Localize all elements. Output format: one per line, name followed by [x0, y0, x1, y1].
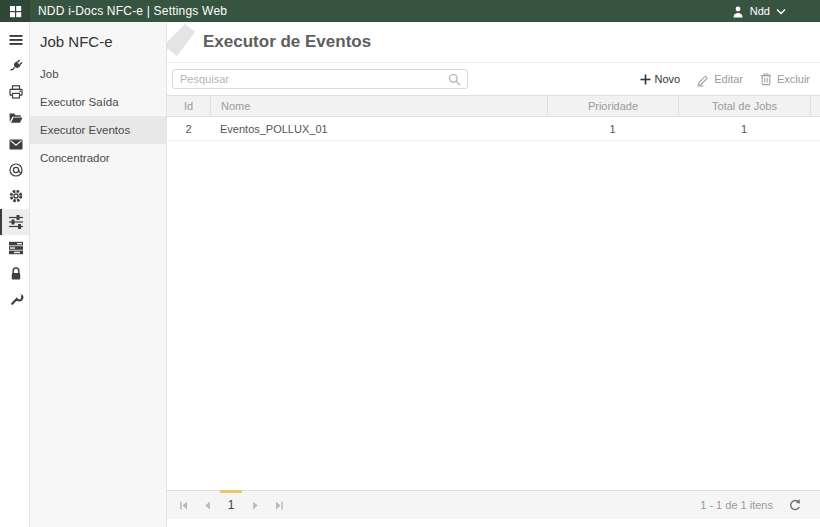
grid-header: Id Nome Prioridade Total de Jobs — [167, 95, 820, 117]
last-page-icon — [274, 500, 285, 511]
search-button[interactable] — [444, 73, 467, 86]
excluir-button[interactable]: Excluir — [759, 72, 810, 86]
bottom-strip — [167, 519, 820, 527]
topbar: NDD i-Docs NFC-e | Settings Web Ndd — [0, 0, 820, 22]
wrench-icon — [8, 292, 24, 308]
table-row[interactable]: 2 Eventos_POLLUX_01 1 1 — [167, 117, 820, 141]
first-page-icon — [178, 500, 189, 511]
page-header: Executor de Eventos — [167, 22, 820, 62]
cell-spacer — [810, 117, 820, 140]
column-header-spacer — [810, 96, 820, 116]
page-title: Executor de Eventos — [203, 32, 371, 52]
at-sign-icon — [8, 162, 24, 178]
user-menu[interactable]: Ndd — [732, 5, 786, 18]
subnav-item-executor-saida[interactable]: Executor Saída — [30, 88, 166, 116]
cell-total-de-jobs: 1 — [678, 117, 810, 140]
pager: 1 — [167, 490, 820, 519]
current-page-indicator — [220, 490, 242, 493]
rail-item-connector[interactable] — [0, 53, 29, 79]
rail-item-mail[interactable] — [0, 131, 29, 157]
user-icon — [732, 5, 744, 18]
app-title: NDD i-Docs NFC-e | Settings Web — [38, 4, 227, 18]
queue-icon — [8, 240, 24, 256]
menu-icon — [8, 33, 24, 47]
search-icon — [448, 73, 461, 86]
novo-button-label: Novo — [655, 73, 681, 85]
edit-icon — [696, 72, 710, 87]
apps-grid-icon — [9, 5, 22, 18]
cell-prioridade: 1 — [547, 117, 678, 140]
main-content: Executor de Eventos — [167, 22, 820, 527]
refresh-button[interactable] — [787, 498, 802, 513]
pager-last-button[interactable] — [267, 491, 291, 519]
subnav-item-concentrador[interactable]: Concentrador — [30, 144, 166, 172]
refresh-icon — [787, 498, 802, 513]
app-shell: Job NFC-e Job Executor Saída Executor Ev… — [0, 22, 820, 527]
rail-item-menu[interactable] — [0, 27, 29, 53]
rail-item-queue[interactable] — [0, 235, 29, 261]
search-box — [172, 69, 468, 89]
rail-item-executors[interactable] — [0, 209, 29, 235]
plus-icon — [640, 74, 651, 85]
printer-icon — [8, 84, 24, 100]
pager-page-1[interactable]: 1 — [219, 491, 243, 519]
lock-icon — [8, 266, 24, 282]
chevron-down-icon — [776, 8, 786, 15]
folder-open-icon — [8, 110, 24, 126]
editar-button-label: Editar — [714, 73, 743, 85]
pager-next-button[interactable] — [243, 491, 267, 519]
rail-item-at[interactable] — [0, 157, 29, 183]
user-name: Ndd — [750, 5, 770, 17]
mail-icon — [8, 137, 24, 152]
trash-icon — [759, 72, 773, 86]
editar-button[interactable]: Editar — [696, 72, 743, 87]
toolbar: Novo Editar — [167, 62, 820, 95]
sliders-icon — [8, 214, 24, 230]
rail-item-files[interactable] — [0, 105, 29, 131]
rail-item-printer[interactable] — [0, 79, 29, 105]
novo-button[interactable]: Novo — [640, 73, 681, 85]
apps-grid-button[interactable] — [0, 0, 30, 22]
rail-item-settings[interactable] — [0, 183, 29, 209]
plug-icon — [8, 58, 24, 74]
grid-empty-area — [167, 141, 820, 490]
column-header-total-de-jobs[interactable]: Total de Jobs — [678, 96, 810, 116]
prev-page-icon — [202, 500, 213, 511]
cell-nome: Eventos_POLLUX_01 — [210, 117, 547, 140]
current-page-number: 1 — [228, 498, 235, 512]
rail-item-tools[interactable] — [0, 287, 29, 313]
cell-id: 2 — [167, 117, 210, 140]
pager-prev-button[interactable] — [195, 491, 219, 519]
column-header-id[interactable]: Id — [167, 96, 210, 116]
pager-first-button[interactable] — [171, 491, 195, 519]
column-header-prioridade[interactable]: Prioridade — [547, 96, 678, 116]
column-header-nome[interactable]: Nome — [210, 96, 547, 116]
pager-info: 1 - 1 de 1 itens — [700, 499, 773, 511]
subnav: Job NFC-e Job Executor Saída Executor Ev… — [30, 22, 167, 527]
gear-icon — [8, 188, 24, 204]
ndd-logo-watermark — [167, 24, 203, 62]
subnav-title: Job NFC-e — [30, 22, 166, 60]
next-page-icon — [250, 500, 261, 511]
excluir-button-label: Excluir — [777, 73, 810, 85]
rail-item-security[interactable] — [0, 261, 29, 287]
app-window: NDD i-Docs NFC-e | Settings Web Ndd — [0, 0, 820, 527]
search-input[interactable] — [173, 73, 444, 85]
subnav-item-executor-eventos[interactable]: Executor Eventos — [30, 116, 166, 144]
subnav-item-job[interactable]: Job — [30, 60, 166, 88]
icon-rail — [0, 22, 30, 527]
